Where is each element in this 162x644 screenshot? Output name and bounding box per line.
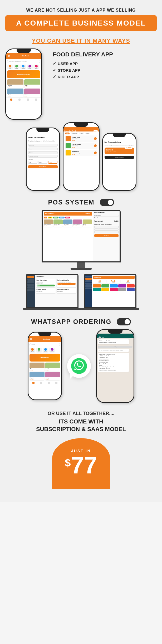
- pos-section-header: POS SYSTEM: [5, 199, 157, 206]
- phone-input[interactable]: Phone: [28, 148, 58, 150]
- whatsapp-title: WHATSAPP ORDERING: [31, 318, 111, 325]
- pos-item[interactable]: Grilled Chicken Rs.80: [44, 219, 53, 227]
- cat-item: Pizza: [36, 348, 42, 353]
- action-btn[interactable]: [93, 288, 101, 291]
- ef-open-btn: Open: [94, 130, 98, 132]
- filter-pizza[interactable]: Pizza: [48, 217, 52, 218]
- ef-tab-orders[interactable]: Orders: [79, 133, 84, 134]
- nav-item[interactable]: [27, 281, 34, 283]
- pos-item[interactable]: Chicken Pizza Rs.120: [73, 219, 82, 227]
- password-input[interactable]: Choose Password: [28, 155, 58, 158]
- plan-basic[interactable]: Basic: [38, 161, 47, 164]
- pos-item-grid: Grilled Chicken Rs.80 Paneer Tikka: [44, 219, 92, 227]
- filter-all[interactable]: All: [44, 217, 47, 218]
- app-bar-text: City Food: [33, 338, 60, 340]
- add-button[interactable]: +: [94, 137, 97, 140]
- header-main-banner: A COMPLETE BUSINESS MODEL: [5, 15, 157, 31]
- status-badge: Pending: [57, 283, 76, 285]
- nav-item[interactable]: [85, 280, 92, 282]
- pos-title: POS SYSTEM: [48, 199, 94, 206]
- action-btn[interactable]: [101, 288, 109, 291]
- nav-item[interactable]: [27, 286, 34, 289]
- action-btn[interactable]: [93, 284, 101, 287]
- plan-home[interactable]: Home: [48, 161, 57, 164]
- order-row: Grilled Chicken Popular dish Recommended…: [36, 288, 76, 293]
- nav-item[interactable]: [27, 276, 34, 278]
- wa-header: Ali: [97, 334, 134, 338]
- wa-message: Paneer Tikka - 1 Medium - Rs.60 --Cold C…: [98, 353, 129, 372]
- nav-item[interactable]: [85, 278, 92, 280]
- pos-left: Select Items ← Go Back All Pizza Burger …: [43, 211, 93, 261]
- nav-item[interactable]: [27, 284, 34, 286]
- check-icon: ✓: [53, 61, 56, 66]
- plan-section: Trial Pack Trial Basic Home: [28, 159, 58, 164]
- phone-notch: [113, 134, 126, 137]
- checkout-button[interactable]: Checkout: [94, 234, 119, 237]
- store-name-input[interactable]: Store Title: [28, 144, 58, 147]
- nav-item[interactable]: [27, 279, 34, 281]
- nav-item[interactable]: [85, 283, 92, 285]
- action-btn[interactable]: [127, 284, 135, 287]
- ef-tab-categories[interactable]: Categories: [71, 133, 78, 134]
- pos-item[interactable]: Pasta Rs.70: [83, 219, 92, 227]
- phone-search[interactable]: Search...: [30, 343, 60, 346]
- check-icon: ✓: [53, 68, 56, 73]
- ef-tab-stats[interactable]: Stats: [85, 133, 90, 134]
- use-it-section: YOU CAN USE IT IN MANY WAYS: [5, 37, 157, 44]
- pos-item[interactable]: Paneer Tikka Rs.60: [53, 219, 63, 227]
- action-btn[interactable]: [101, 284, 109, 287]
- product-details: Chicken Tikka Grilled delight Rs.85: [72, 144, 93, 148]
- combine-section: OR USE IT ALL TOGETHER.... ITS COME WITH…: [5, 411, 157, 433]
- whatsapp-toggle[interactable]: [117, 318, 131, 325]
- whatsapp-icon-wrapper: [67, 354, 91, 378]
- sub-desc: You can manage/cancel your current plan …: [105, 144, 134, 146]
- action-btn[interactable]: [110, 284, 118, 287]
- go-back-btn[interactable]: ← Go Back: [83, 213, 90, 214]
- item-info: Paneer Tikka Rs.60: [53, 224, 63, 227]
- address-input[interactable]: Address: [28, 151, 58, 154]
- action-btn[interactable]: [110, 288, 118, 291]
- product-thumb: [66, 136, 71, 141]
- nav-item[interactable]: [27, 289, 34, 291]
- wa-contact: Ali: [102, 337, 104, 339]
- monitor-base: [71, 268, 92, 270]
- dashboard-layout: Dashboard 24 Orders Rs.2K Revenue: [85, 275, 135, 307]
- cat-item: Burger: [43, 348, 48, 353]
- phone-notch: [74, 123, 88, 127]
- register-button[interactable]: Home Pack: [28, 165, 58, 168]
- phone-notch: [38, 333, 51, 336]
- app-bar-text: City Food: [11, 55, 40, 57]
- pos-toggle[interactable]: [100, 199, 114, 206]
- nav-item[interactable]: [85, 276, 92, 277]
- subscription-screen: My Subscription You can manage/cancel yo…: [103, 137, 136, 160]
- nav-item[interactable]: [85, 285, 92, 287]
- phone-search[interactable]: Search for restaurants and food: [7, 60, 40, 63]
- action-btn[interactable]: [127, 288, 135, 291]
- monitor-container: Select Items ← Go Back All Pizza Burger …: [5, 210, 157, 270]
- phone-banner: Order Now!: [30, 354, 60, 362]
- product-card: Curry Rs.90: [24, 89, 41, 97]
- action-btn[interactable]: [118, 284, 126, 287]
- price-display: $77: [63, 455, 100, 476]
- customer-phone-input[interactable]: [94, 228, 119, 231]
- plan-trial[interactable]: Trial: [28, 161, 37, 164]
- pos-item[interactable]: Dal Makhni Rs.50: [63, 219, 72, 227]
- dollar-sign: $: [65, 458, 71, 468]
- action-btn[interactable]: [118, 288, 126, 291]
- add-button[interactable]: +: [94, 152, 97, 154]
- order-row: New Connection Paneer Tikka Chicken Pizz…: [36, 279, 76, 287]
- item-name: Select Create: [94, 214, 101, 216]
- product-card: Salad Rs.40: [45, 363, 60, 371]
- wa-message: Hi City Food Center Please notes my orde…: [98, 349, 129, 352]
- customer-name-input[interactable]: [94, 226, 119, 228]
- filter-burger[interactable]: Burger: [53, 217, 58, 218]
- change-plan-button[interactable]: Change or Cancel: [105, 156, 134, 159]
- remark-input[interactable]: [94, 231, 119, 233]
- search-icon: [40, 382, 42, 384]
- add-button[interactable]: +: [94, 144, 97, 147]
- ef-tab-items[interactable]: Items: [65, 133, 70, 134]
- filter-salad[interactable]: Salad: [65, 217, 70, 218]
- nav-item[interactable]: [85, 287, 92, 289]
- use-it-title: YOU CAN USE IT IN MANY WAYS: [5, 37, 157, 44]
- filter-biryani[interactable]: Biryani: [59, 217, 65, 218]
